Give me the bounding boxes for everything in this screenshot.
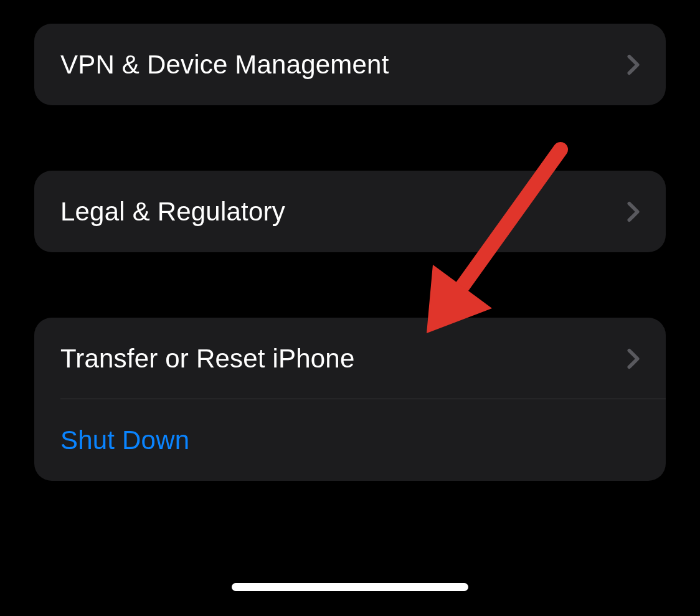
chevron-right-icon [627,201,640,222]
settings-group-reset: Transfer or Reset iPhone Shut Down [34,318,666,481]
row-label-vpn: VPN & Device Management [60,50,627,80]
settings-group-vpn: VPN & Device Management [34,24,666,105]
chevron-right-icon [627,348,640,369]
settings-group-legal: Legal & Regulatory [34,171,666,252]
home-indicator[interactable] [232,583,468,591]
row-label-shutdown: Shut Down [60,425,640,455]
row-shut-down[interactable]: Shut Down [34,399,666,481]
chevron-right-icon [627,54,640,75]
row-vpn-device-management[interactable]: VPN & Device Management [34,24,666,105]
row-label-transfer: Transfer or Reset iPhone [60,344,627,374]
row-label-legal: Legal & Regulatory [60,197,627,227]
row-transfer-reset[interactable]: Transfer or Reset iPhone [34,318,666,399]
row-legal-regulatory[interactable]: Legal & Regulatory [34,171,666,252]
